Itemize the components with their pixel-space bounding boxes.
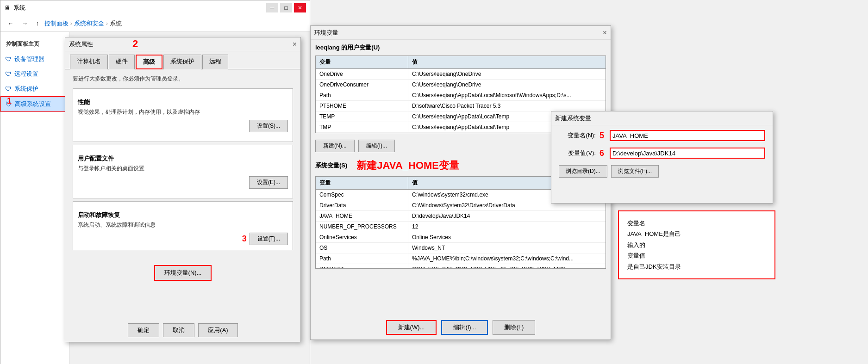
sys-vars-label: 系统变量(S): [315, 161, 347, 170]
up-button[interactable]: ↑: [33, 19, 43, 28]
info-box: 变量名 JAVA_HOME是自己 输入的 变量值 是自己JDK安装目录: [618, 210, 775, 279]
envvar-footer: 新建(W)... 编辑(I)... 删除(L): [311, 320, 611, 335]
sys-row-4[interactable]: OnlineServices Online Services: [316, 232, 606, 243]
shield-icon-0: 🛡: [5, 56, 12, 63]
env-btn-area: 环境变量(N)...: [73, 258, 293, 281]
sys-row-2[interactable]: JAVA_HOME D:\develop\Java\JDK14: [316, 211, 606, 222]
envvar-titlebar: 环境变量 ×: [311, 26, 611, 40]
sys-row-7[interactable]: PATHEXT COM;.EXE;.BAT;.CMD;.VBS;.VBE;.JS…: [316, 264, 606, 269]
warning-text: 要进行大多数更改，你必须作为管理员登录。: [73, 75, 293, 83]
sys-delete-button[interactable]: 删除(L): [493, 320, 535, 335]
performance-settings-btn[interactable]: 设置(S)...: [249, 120, 288, 132]
user-row-3[interactable]: PT5HOME D:\software\Cisco Packet Tracer …: [316, 101, 606, 111]
sys-row-3[interactable]: NUMBER_OF_PROCESSORS 12: [316, 222, 606, 232]
newsysvar-dialog: 新建系统变量 变量名(N): 5 变量值(V): 6 浏览目录(D)... 浏览…: [551, 111, 773, 204]
sysprop-cancel-button[interactable]: 取消: [163, 323, 194, 337]
sysprop-close-button[interactable]: ×: [293, 40, 297, 49]
sysprop-footer: 确定 取消 应用(A): [65, 323, 300, 337]
sys-row-7-name: PATHEXT: [316, 264, 408, 269]
newsysvar-btns: 浏览目录(D)... 浏览文件(F)...: [551, 160, 773, 182]
user-row-2[interactable]: Path C:\Users\leeqiang\AppData\Local\Mic…: [316, 90, 606, 101]
sys-edit-button[interactable]: 编辑(I)...: [441, 320, 488, 335]
info-line-0: 变量名: [627, 218, 766, 228]
annotation-2: 2: [132, 38, 138, 50]
system-title: 系统: [13, 4, 25, 12]
user-row-3-name: PT5HOME: [316, 101, 408, 111]
newsysvar-titlebar: 新建系统变量: [551, 111, 773, 125]
user-edit-button[interactable]: 编辑(I)...: [358, 140, 395, 152]
info-line-4: 是自己JDK安装目录: [627, 261, 766, 272]
varvalue-input[interactable]: [610, 148, 765, 159]
breadcrumb: ← → ↑ 控制面板 › 系统和安全 › 系统: [0, 15, 310, 32]
tab-bar: 计算机名 硬件 高级 系统保护 远程: [65, 51, 300, 69]
user-row-3-value: D:\software\Cisco Packet Tracer 5.3: [408, 101, 606, 111]
breadcrumb-path: 控制面板 › 系统和安全 › 系统: [44, 19, 122, 28]
sidebar: 控制面板主页 🛡 设备管理器 🛡 远程设置 🛡 系统保护 🛡 高级系统设置: [0, 32, 70, 364]
sysprop-apply-button[interactable]: 应用(A): [198, 323, 237, 337]
sys-row-5[interactable]: OS Windows_NT: [316, 243, 606, 253]
info-line-3: 变量值: [627, 250, 766, 261]
sysprop-content: 要进行大多数更改，你必须作为管理员登录。 性能 视觉效果，处理器计划，内存使用，…: [65, 69, 300, 286]
env-variables-button[interactable]: 环境变量(N)...: [154, 265, 212, 281]
sys-row-2-name: JAVA_HOME: [316, 211, 408, 221]
user-row-2-value: C:\Users\leeqiang\AppData\Local\Microsof…: [408, 90, 606, 100]
sidebar-item-label-0: 设备管理器: [14, 55, 44, 63]
sys-row-6[interactable]: Path %JAVA_HOME%\bin;C:\windows\system32…: [316, 253, 606, 264]
user-row-0-name: OneDrive: [316, 69, 408, 79]
tab-advanced[interactable]: 高级: [136, 55, 162, 69]
shield-icon-1: 🛡: [5, 70, 12, 78]
tab-protection[interactable]: 系统保护: [163, 55, 201, 69]
sysprop-title: 系统属性: [69, 40, 93, 49]
browse-file-button[interactable]: 浏览文件(F)...: [611, 165, 659, 178]
sysprop-dialog: 系统属性 × 计算机名 硬件 高级 系统保护 远程 要进行大多数更改，你必须作为…: [65, 37, 301, 342]
sysprop-ok-button[interactable]: 确定: [128, 323, 159, 337]
sep-1: ›: [106, 20, 108, 27]
userprofile-settings-btn[interactable]: 设置(E)...: [249, 176, 288, 189]
tab-computer[interactable]: 计算机名: [70, 55, 108, 69]
sidebar-item-remote-settings[interactable]: 🛡 远程设置: [0, 67, 69, 81]
back-button[interactable]: ←: [4, 19, 17, 28]
sysprop-titlebar: 系统属性 ×: [65, 37, 300, 51]
minimize-button[interactable]: ─: [266, 3, 278, 12]
annotation-6: 6: [599, 148, 604, 158]
varvalue-label: 变量值(V):: [559, 149, 596, 157]
user-new-button[interactable]: 新建(N)...: [315, 140, 355, 152]
user-row-2-name: Path: [316, 90, 408, 100]
close-button[interactable]: ✕: [294, 3, 306, 12]
user-row-0[interactable]: OneDrive C:\Users\leeqiang\OneDrive: [316, 69, 606, 80]
breadcrumb-item-0[interactable]: 控制面板: [44, 19, 69, 28]
sys-row-5-name: OS: [316, 243, 408, 253]
sys-new-button[interactable]: 新建(W)...: [386, 320, 437, 335]
info-line-2: 输入的: [627, 240, 766, 250]
system-icon: 🖥: [4, 4, 11, 12]
user-col-value: 值: [408, 56, 606, 68]
user-col-name: 变量: [316, 56, 408, 68]
envvar-title: 环境变量: [314, 29, 338, 37]
titlebar-controls: ─ □ ✕: [266, 3, 306, 12]
varname-input[interactable]: [610, 130, 765, 141]
sys-row-2-value: D:\develop\Java\JDK14: [408, 211, 606, 221]
sidebar-item-label-1: 远程设置: [14, 70, 38, 78]
sys-row-5-value: Windows_NT: [408, 243, 606, 253]
browse-dir-button[interactable]: 浏览目录(D)...: [559, 165, 607, 178]
breadcrumb-item-1[interactable]: 系统和安全: [74, 19, 104, 28]
sidebar-title: 控制面板主页: [0, 37, 69, 52]
maximize-button[interactable]: □: [280, 3, 292, 12]
sidebar-item-device-manager[interactable]: 🛡 设备管理器: [0, 52, 69, 67]
sidebar-item-system-protection[interactable]: 🛡 系统保护: [0, 81, 69, 96]
info-line-1: JAVA_HOME是自己: [627, 228, 766, 239]
tab-hardware[interactable]: 硬件: [109, 55, 135, 69]
startup-settings-btn[interactable]: 设置(T)...: [250, 233, 288, 245]
varname-row: 变量名(N): 5: [551, 125, 773, 143]
forward-button[interactable]: →: [19, 19, 31, 28]
user-row-1-value: C:\Users\leeqiang\OneDrive: [408, 80, 606, 90]
sidebar-item-label-3: 高级系统设置: [15, 100, 51, 108]
user-vars-label: leeqiang 的用户变量(U): [311, 40, 611, 53]
envvar-close-button[interactable]: ×: [603, 29, 607, 37]
user-row-1[interactable]: OneDriveConsumer C:\Users\leeqiang\OneDr…: [316, 80, 606, 90]
sys-row-1-name: DriverData: [316, 200, 408, 210]
tab-remote[interactable]: 远程: [202, 55, 228, 69]
sys-row-4-name: OnlineServices: [316, 232, 408, 242]
sys-row-6-value: %JAVA_HOME%\bin;C:\windows\system32;C:\w…: [408, 253, 606, 264]
newsysvar-title: 新建系统变量: [555, 114, 591, 123]
